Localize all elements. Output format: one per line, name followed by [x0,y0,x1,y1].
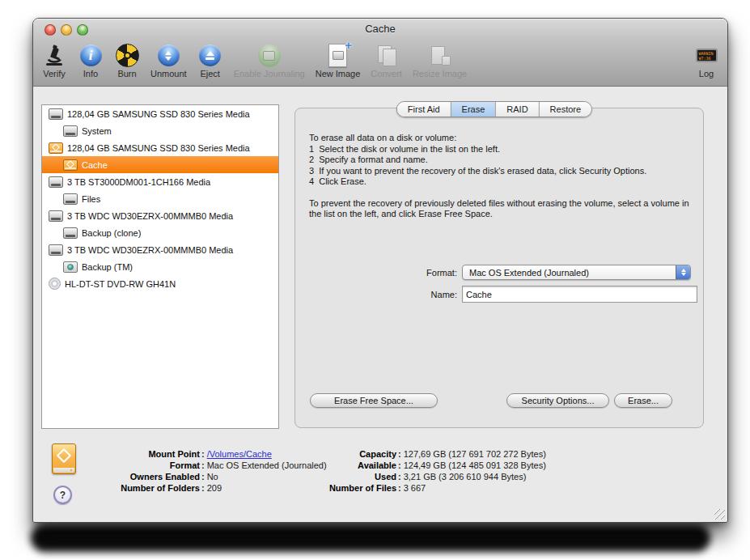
mount-point-link[interactable]: /Volumes/Cache [207,448,272,460]
list-item-volume[interactable]: Backup (clone) [42,224,278,241]
titlebar[interactable]: Cache [33,19,727,40]
instruction-step: 3 If you want to prevent the recovery of… [309,166,696,177]
list-item-volume[interactable]: Backup (TM) [42,258,278,275]
format-selected-value: Mac OS Extended (Journaled) [463,268,676,278]
toolbar-label: New Image [316,69,361,78]
tab-first-aid[interactable]: First Aid [397,102,451,117]
security-options-button[interactable]: Security Options... [506,393,609,408]
window-title: Cache [33,23,727,35]
eject-button[interactable]: Eject [197,43,223,78]
disk-utility-screenshot: Cache Verify Info [0,0,750,560]
list-item-label: 3 TB WDC WD30EZRX-00MMMB0 Media [67,211,233,221]
burn-icon [116,43,139,68]
volume-info-right: Capacity: 127,69 GB (127 691 702 272 Byt… [276,448,546,494]
disk-utility-window: Cache Verify Info [32,18,728,523]
toolbar-label: Unmount [150,69,187,78]
verify-button[interactable]: Verify [41,43,67,78]
toolbar-label: Resize Image [413,69,467,78]
window-shadow [31,524,710,552]
tab-restore[interactable]: Restore [540,102,592,117]
enable-journaling-button: Enable Journaling [234,43,305,78]
unmount-icon [158,43,180,68]
internal-disk-icon [49,176,63,188]
list-item-label: 3 TB WDC WD30EZRX-00MMMB0 Media [67,245,233,255]
external-disk-icon [49,142,63,154]
burn-button[interactable]: Burn [114,43,140,78]
list-item-label: 128,04 GB SAMSUNG SSD 830 Series Media [67,109,250,119]
list-item-label: Cache [82,160,108,170]
instruction-note: To prevent the recovery of previously de… [309,198,696,220]
internal-disk-icon [49,244,63,256]
tab-erase[interactable]: Erase [451,102,497,117]
tab-raid[interactable]: RAID [496,102,539,117]
toolbar-label: Convert [371,69,402,78]
toolbar-label: Verify [43,69,66,78]
volume-icon [63,125,78,137]
toolbar-label: Enable Journaling [234,69,305,78]
unmount-button[interactable]: Unmount [150,43,187,78]
device-list: 128,04 GB SAMSUNG SSD 830 Series Media S… [41,104,279,429]
list-item-label: 3 TB ST3000DM001-1CH166 Media [67,177,210,187]
resize-grip[interactable] [714,509,725,520]
list-item-disk[interactable]: 3 TB WDC WD30EZRX-00MMMB0 Media [42,241,278,258]
stat-number-of-files: Number of Files: 3 667 [276,482,546,494]
info-button[interactable]: Info [78,43,104,78]
format-label: Format: [295,268,457,278]
erase-free-space-button[interactable]: Erase Free Space... [310,393,438,408]
list-item-disk[interactable]: 3 TB ST3000DM001-1CH166 Media [42,173,278,190]
tab-bar: First Aid Erase RAID Restore [396,101,592,117]
external-drive-emblem [57,448,71,462]
resize-image-button: Resize Image [413,43,467,78]
list-item-disk[interactable]: 128,04 GB SAMSUNG SSD 830 Series Media [42,139,278,156]
list-item-volume-selected[interactable]: Cache [42,156,278,173]
name-input[interactable] [462,286,697,303]
list-item-label: 128,04 GB SAMSUNG SSD 830 Series Media [67,143,250,153]
selected-volume-icon [52,443,76,474]
optical-disc-icon [49,278,61,290]
list-item-disk[interactable]: 3 TB WDC WD30EZRX-00MMMB0 Media [42,207,278,224]
instruction-intro: To erase all data on a disk or volume: [309,133,696,144]
toolbar-label: Log [699,69,714,78]
list-item-label: System [82,126,112,136]
convert-icon [375,43,398,68]
erase-button[interactable]: Erase... [614,393,672,408]
eject-icon [199,43,221,68]
log-button[interactable]: WARNINW7:36 Log [693,43,719,78]
list-item-label: Backup (TM) [82,262,133,272]
list-item-disk[interactable]: 128,04 GB SAMSUNG SSD 830 Series Media [42,105,278,122]
microscope-icon [43,43,66,68]
internal-disk-icon [49,210,63,222]
list-item-label: HL-DT-ST DVD-RW GH41N [65,279,176,289]
list-item-label: Files [82,194,100,204]
instruction-step: 4 Click Erase. [309,176,696,188]
erase-panel: To erase all data on a disk or volume: 1… [294,108,704,428]
new-image-icon [328,43,347,68]
list-item-label: Backup (clone) [82,228,141,238]
toolbar: Verify Info Burn Unmount Eject [33,40,727,87]
resize-image-icon [429,43,451,68]
list-item-volume[interactable]: System [42,122,278,139]
stat-available: Available: 124,49 GB (124 485 091 328 By… [276,460,546,471]
info-icon [80,43,102,68]
list-item-volume[interactable]: Files [42,190,278,207]
log-console-icon: WARNINW7:36 [696,43,718,68]
volume-icon [63,227,78,239]
drive-base [53,468,74,473]
format-select[interactable]: Mac OS Extended (Journaled) [462,265,691,280]
new-image-button[interactable]: New Image [316,43,361,78]
list-item-optical-drive[interactable]: HL-DT-ST DVD-RW GH41N [42,275,278,292]
journaling-disk-icon [258,43,281,68]
external-disk-icon [63,159,78,171]
toolbar-label: Eject [200,69,219,78]
name-label: Name: [295,290,457,299]
stat-capacity: Capacity: 127,69 GB (127 691 702 272 Byt… [276,448,546,460]
help-button[interactable] [53,486,72,504]
time-machine-disk-icon [63,261,78,273]
toolbar-label: Info [83,69,98,78]
convert-button: Convert [371,43,402,78]
volume-icon [63,193,78,205]
erase-instructions: To erase all data on a disk or volume: 1… [309,133,696,220]
instruction-step: 1 Select the disk or volume in the list … [309,144,696,155]
stepper-arrows-icon [676,265,690,279]
instruction-step: 2 Specify a format and name. [309,155,696,166]
